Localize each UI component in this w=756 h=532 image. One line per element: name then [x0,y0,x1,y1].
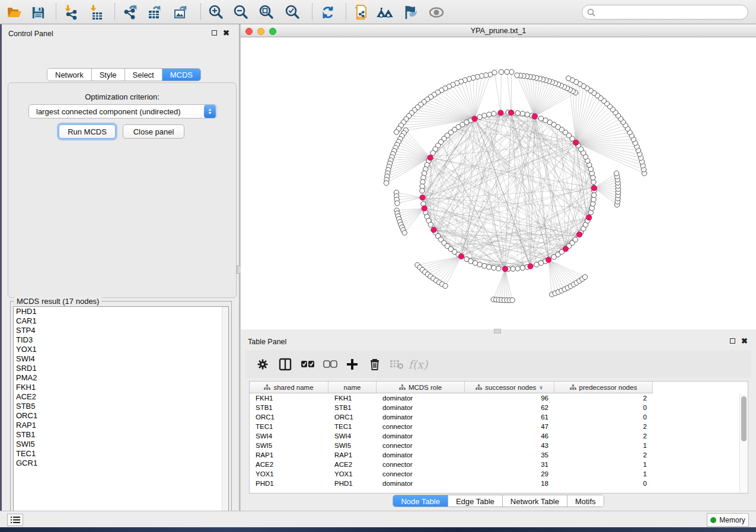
mcds-result-list[interactable]: PHD1CAR1STP4TID3YOX1SWI4SRD1PMA2FKH1ACE2… [13,306,229,518]
export-network-file-icon[interactable] [351,3,370,22]
task-history-button[interactable] [7,514,23,526]
memory-button[interactable]: Memory [707,513,749,527]
table-row[interactable]: FKH1FKH1dominator962 [250,393,748,403]
mcds-result-item[interactable]: STB5 [14,402,228,411]
delete-table-icon[interactable] [388,355,406,373]
float-table-panel-icon[interactable] [730,338,735,344]
dominator-node[interactable] [591,185,596,191]
ring-node[interactable] [430,150,435,155]
ring-node[interactable] [477,114,482,119]
close-panel-icon[interactable]: ✖ [223,29,229,37]
ring-node[interactable] [496,266,501,271]
ring-node[interactable] [482,264,487,268]
satellite-node[interactable] [505,69,509,74]
satellite-node[interactable] [395,201,400,206]
ring-node[interactable] [477,262,482,267]
satellite-node[interactable] [402,230,407,235]
dominator-node[interactable] [472,116,477,121]
search-network-icon[interactable] [376,3,395,22]
ring-node[interactable] [538,116,543,121]
refresh-network-icon[interactable] [318,3,337,22]
export-table-icon[interactable] [145,3,164,22]
mcds-result-item[interactable]: ORC1 [14,411,228,421]
dominator-node[interactable] [508,110,513,115]
mcds-result-item[interactable]: TEC1 [14,449,228,459]
dominator-node[interactable] [502,266,508,271]
ring-node[interactable] [492,265,496,270]
satellite-node[interactable] [384,181,388,185]
dominator-node[interactable] [586,215,592,220]
import-table-icon[interactable] [87,3,106,22]
zoom-selected-icon[interactable] [283,3,302,22]
satellite-node[interactable] [492,70,497,75]
network-window-titlebar[interactable]: YPA_prune.txt_1 [241,24,756,37]
add-column-icon[interactable] [343,355,361,373]
dominator-node[interactable] [498,110,503,116]
table-row[interactable]: PHD1PHD1dominator180 [250,479,748,488]
float-panel-icon[interactable] [212,30,217,36]
column-header-name[interactable]: name [328,382,377,393]
mcds-list-scrollbar[interactable] [222,307,228,517]
mcds-result-item[interactable]: GCR1 [14,459,228,468]
tab-node-table[interactable]: Node Table [393,495,448,507]
dominator-node[interactable] [577,232,582,237]
ring-node[interactable] [573,237,578,242]
table-row[interactable]: ACE2ACE2connector311 [250,460,748,469]
tab-mcds[interactable]: MCDS [162,69,200,81]
table-row[interactable]: YOX1YOX1connector291 [250,469,748,479]
run-mcds-button[interactable]: Run MCDS [59,124,116,139]
column-header-shared-name[interactable]: shared name [250,382,328,393]
dominator-node[interactable] [458,254,464,259]
settings-gear-icon[interactable] [254,355,272,373]
search-field[interactable] [582,5,748,20]
table-scrollbar[interactable] [739,394,747,493]
tab-style[interactable]: Style [92,69,125,81]
export-network-icon[interactable] [121,3,140,22]
mcds-result-item[interactable]: PMA2 [14,373,228,383]
mcds-result-item[interactable]: CAR1 [14,316,228,326]
column-header-MCDS-role[interactable]: MCDS role [377,382,465,393]
satellite-node[interactable] [614,171,619,175]
satellite-node[interactable] [443,283,448,288]
tab-select[interactable]: Select [125,69,162,81]
satellite-node[interactable] [509,69,514,74]
table-row[interactable]: SWI5SWI5connector431 [250,441,748,450]
satellite-node[interactable] [510,297,515,302]
clear-selection-icon[interactable] [321,355,339,373]
column-header-successor-nodes[interactable]: successor nodes∨ [465,382,554,393]
mcds-result-item[interactable]: FKH1 [14,383,228,392]
satellite-node[interactable] [394,130,398,134]
dominator-node[interactable] [528,264,533,269]
horizontal-splitter-handle[interactable] [494,329,501,334]
export-image-icon[interactable] [171,3,190,22]
ring-node[interactable] [482,113,487,118]
show-columns-icon[interactable] [276,355,294,373]
tab-motifs[interactable]: Motifs [567,495,604,507]
open-file-icon[interactable] [5,3,24,22]
mcds-result-item[interactable]: STB1 [14,430,228,440]
table-row[interactable]: STB1STB1dominator620 [250,403,748,412]
node-table[interactable]: shared namenameMCDS rolesuccessor nodes∨… [249,381,748,493]
column-header-predecessor-nodes[interactable]: predecessor nodes [554,382,653,393]
mcds-result-item[interactable]: RAP1 [14,421,228,430]
close-panel-button[interactable]: Close panel [123,124,184,139]
mcds-result-item[interactable]: SWI5 [14,440,228,449]
dominator-node[interactable] [563,246,568,251]
tab-network[interactable]: Network [47,69,92,81]
vizmapper-icon[interactable] [401,3,420,22]
search-input[interactable] [595,8,732,17]
table-row[interactable]: TEC1TEC1connector472 [250,422,748,431]
optimization-criterion-select[interactable]: largest connected component (undirected)… [28,104,217,118]
mcds-result-item[interactable]: YOX1 [14,345,228,354]
save-session-icon[interactable] [28,3,47,22]
network-canvas[interactable] [241,37,756,329]
satellite-node[interactable] [515,73,519,78]
table-row[interactable]: ORC1ORC1dominator610 [250,412,748,422]
zoom-fit-icon[interactable] [257,3,276,22]
satellite-node[interactable] [582,274,587,279]
dominator-node[interactable] [532,114,537,119]
ring-node[interactable] [492,111,496,116]
ring-node[interactable] [525,112,529,117]
mcds-result-item[interactable]: ACE2 [14,392,228,402]
ring-node[interactable] [515,266,520,271]
